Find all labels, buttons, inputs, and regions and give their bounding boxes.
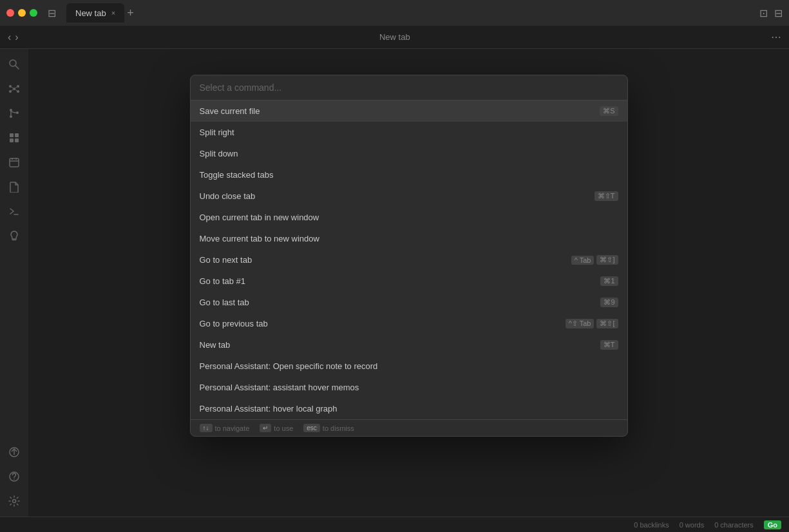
dismiss-key: esc (303, 424, 320, 432)
sidebar-icon-publish[interactable] (4, 442, 24, 462)
sidebar-icon-help[interactable] (4, 466, 24, 487)
svg-rect-16 (15, 133, 19, 137)
svg-point-3 (9, 85, 12, 88)
command-label: Move current tab to new window (200, 234, 618, 243)
sidebar-toggle-icon[interactable]: ⊟ (48, 7, 56, 19)
command-item[interactable]: Go to last tab⌘9 (191, 292, 627, 313)
sidebar-icon-search[interactable] (4, 54, 24, 75)
sidebar-icon-lightbulb[interactable] (4, 225, 24, 246)
svg-rect-18 (15, 138, 19, 142)
command-item[interactable]: Go to tab #1⌘1 (191, 271, 627, 292)
command-palette: Save current file⌘SSplit rightSplit down… (190, 75, 628, 437)
command-shortcut: ⌘⇧T (594, 191, 618, 201)
forward-button[interactable]: › (15, 32, 18, 43)
svg-point-28 (14, 479, 15, 480)
backlinks-count: 0 backlinks (634, 521, 669, 529)
command-item[interactable]: Go to previous tab^⇧ Tab⌘⇧[ (191, 313, 627, 334)
command-label: Undo close tab (200, 191, 594, 201)
command-item[interactable]: Undo close tab⌘⇧T (191, 185, 627, 207)
command-label: Split down (200, 149, 618, 158)
command-label: Toggle stacked tabs (200, 170, 618, 180)
command-label: Personal Assistant: assistant hover memo… (200, 383, 618, 392)
words-count: 0 words (680, 521, 705, 529)
command-item[interactable]: Toggle stacked tabs (191, 164, 627, 185)
sidebar-icon-settings[interactable] (4, 491, 24, 511)
titlebar: ⊟ New tab × + ⊡ ⊟ (0, 0, 789, 26)
svg-rect-15 (10, 133, 14, 137)
current-tab[interactable]: New tab × (66, 3, 124, 23)
svg-rect-17 (10, 138, 14, 142)
command-shortcut: ^ Tab⌘⇧] (571, 255, 618, 265)
command-label: Open current tab in new window (200, 213, 618, 222)
command-item[interactable]: Save current file⌘S (191, 100, 627, 122)
command-search-input[interactable] (200, 82, 618, 93)
characters-count: 0 characters (714, 521, 754, 529)
sidebar-icon-branches[interactable] (4, 103, 24, 124)
navigate-label: to navigate (215, 424, 250, 432)
command-footer: ↑↓ to navigate ↵ to use esc to dismiss (191, 419, 627, 436)
command-shortcut: ⌘S (600, 106, 618, 116)
dismiss-label: to dismiss (323, 424, 354, 432)
svg-rect-19 (10, 158, 19, 167)
sidebar-icon-file[interactable] (4, 176, 24, 197)
svg-line-7 (12, 87, 13, 88)
command-item[interactable]: Personal Assistant: hover local graph (191, 398, 627, 419)
command-input-area[interactable] (191, 75, 627, 100)
command-label: Go to tab #1 (200, 276, 601, 286)
minimize-button[interactable] (18, 9, 26, 17)
command-item[interactable]: Open current tab in new window (191, 207, 627, 228)
layout-icon[interactable]: ⊡ (759, 7, 768, 19)
navigate-key: ↑↓ (200, 424, 213, 432)
sidebar (0, 49, 28, 517)
command-item[interactable]: Personal Assistant: Open specific note t… (191, 356, 627, 377)
use-key: ↵ (260, 424, 271, 432)
command-shortcut: ^⇧ Tab⌘⇧[ (566, 319, 618, 328)
maximize-button[interactable] (30, 9, 37, 17)
more-options-button[interactable]: ⋯ (771, 31, 781, 43)
svg-point-12 (10, 115, 12, 118)
command-item[interactable]: Split down (191, 143, 627, 164)
back-button[interactable]: ‹ (8, 32, 11, 43)
tab-close-icon[interactable]: × (111, 9, 115, 17)
toolbar-title: New tab (24, 32, 766, 42)
go-status: Go (764, 520, 781, 529)
command-shortcut: ⌘1 (600, 276, 618, 286)
command-label: Go to last tab (200, 298, 601, 307)
sidebar-icon-graph[interactable] (4, 79, 24, 99)
svg-point-5 (9, 90, 12, 93)
command-label: Split right (200, 128, 618, 137)
command-shortcut: ⌘T (600, 340, 618, 350)
toolbar: ‹ › New tab ⋯ (0, 26, 789, 49)
command-label: Go to next tab (200, 255, 571, 265)
tab-label: New tab (75, 8, 106, 18)
svg-point-29 (13, 500, 16, 503)
add-tab-button[interactable]: + (127, 6, 134, 20)
command-label: New tab (200, 340, 600, 350)
footer-use: ↵ to use (260, 424, 293, 432)
content-area: Save current file⌘SSplit rightSplit down… (28, 49, 789, 517)
close-button[interactable] (6, 9, 14, 17)
sidebar-icon-calendar[interactable] (4, 152, 24, 173)
command-item[interactable]: Personal Assistant: assistant hover memo… (191, 377, 627, 398)
command-label: Personal Assistant: Open specific note t… (200, 361, 618, 371)
command-item[interactable]: Go to next tab^ Tab⌘⇧] (191, 249, 627, 271)
command-item[interactable]: New tab⌘T (191, 334, 627, 356)
command-list: Save current file⌘SSplit rightSplit down… (191, 100, 627, 419)
command-item[interactable]: Split right (191, 122, 627, 143)
panels-icon[interactable]: ⊟ (774, 7, 783, 19)
svg-line-9 (12, 90, 13, 91)
tab-area: New tab × + (66, 3, 754, 23)
command-item[interactable]: Move current tab to new window (191, 228, 627, 249)
main-layout: Save current file⌘SSplit rightSplit down… (0, 49, 789, 517)
footer-navigate: ↑↓ to navigate (200, 424, 250, 432)
command-label: Save current file (200, 106, 600, 116)
sidebar-icon-terminal[interactable] (4, 201, 24, 222)
footer-dismiss: esc to dismiss (303, 424, 354, 432)
statusbar: 0 backlinks 0 words 0 characters Go (0, 517, 789, 532)
use-label: to use (274, 424, 293, 432)
command-label: Go to previous tab (200, 319, 566, 328)
command-label: Personal Assistant: hover local graph (200, 404, 618, 413)
sidebar-icon-grid[interactable] (4, 128, 24, 148)
svg-point-6 (17, 90, 19, 93)
toolbar-nav: ‹ › (8, 32, 19, 43)
